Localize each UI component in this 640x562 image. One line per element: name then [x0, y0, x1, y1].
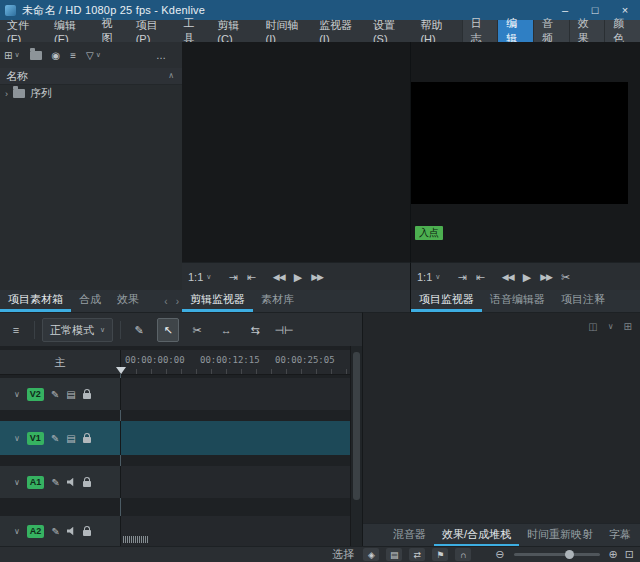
tab-effect-stack[interactable]: 效果/合成堆栈: [434, 524, 519, 547]
ripple-tool-button[interactable]: ⊣⊢: [273, 318, 295, 342]
markers-button[interactable]: ⚑: [432, 548, 448, 561]
collapse-track-icon[interactable]: ∨: [14, 434, 20, 443]
edit-track-icon[interactable]: ✎: [51, 389, 59, 400]
track-lane[interactable]: [120, 516, 350, 546]
video-track-icon[interactable]: ▤: [66, 433, 75, 444]
menu-edit[interactable]: 编辑(E): [47, 20, 95, 42]
menu-help[interactable]: 帮助(H): [413, 20, 461, 42]
forward-button[interactable]: ▶▶: [311, 272, 323, 282]
tab-scroll-right-icon[interactable]: ›: [176, 296, 179, 307]
scrollbar-thumb[interactable]: [353, 352, 360, 500]
track-header[interactable]: ∨ V2 ✎ ▤: [0, 378, 120, 410]
bin-item-list[interactable]: › 序列: [0, 85, 182, 291]
spacer-tool-button[interactable]: ↔: [215, 318, 237, 342]
zoom-in-icon[interactable]: ⊕: [609, 548, 618, 561]
bin-more-options-button[interactable]: …: [156, 50, 166, 61]
clip-monitor-view[interactable]: [182, 42, 410, 262]
tab-scroll-left-icon[interactable]: ‹: [164, 296, 167, 307]
menu-tools[interactable]: 工具: [176, 20, 210, 42]
bin-filter-button[interactable]: ▽ ∨: [86, 50, 101, 61]
lock-track-icon[interactable]: [83, 530, 91, 536]
tab-compositions[interactable]: 合成: [71, 290, 109, 312]
workspace-tab-effects[interactable]: 效果: [569, 20, 605, 42]
panel-menu-icon[interactable]: ⊞: [624, 321, 632, 332]
tab-project-notes[interactable]: 项目注释: [553, 290, 613, 312]
tab-clip-monitor[interactable]: 剪辑监视器: [182, 290, 253, 312]
tab-time-remap[interactable]: 时间重新映射: [519, 524, 601, 547]
menu-monitor[interactable]: 监视器(I): [312, 20, 366, 42]
tab-library[interactable]: 素材库: [253, 290, 302, 312]
master-track-header[interactable]: 主: [0, 350, 120, 375]
collapse-track-icon[interactable]: ∨: [14, 478, 20, 487]
zone-in-button[interactable]: ⇥: [228, 271, 237, 284]
play-button[interactable]: ▶: [523, 271, 531, 284]
track-name-badge[interactable]: V2: [27, 388, 44, 401]
slip-tool-button[interactable]: ⇆: [244, 318, 266, 342]
tab-project-monitor[interactable]: 项目监视器: [411, 290, 482, 312]
rewind-button[interactable]: ◀◀: [502, 272, 514, 282]
collapse-track-icon[interactable]: ∨: [14, 527, 20, 536]
lock-track-icon[interactable]: [83, 481, 91, 487]
workspace-tab-color[interactable]: 颜色: [604, 20, 640, 42]
zoom-slider-thumb[interactable]: [565, 550, 574, 559]
timeline-options-button[interactable]: ≡: [5, 318, 27, 342]
compare-effect-icon[interactable]: ◫: [588, 321, 597, 332]
zoom-slider[interactable]: [514, 553, 600, 556]
timeline-vertical-scrollbar[interactable]: [350, 346, 362, 546]
menu-file[interactable]: 文件(F): [0, 20, 47, 42]
create-folder-button[interactable]: [30, 51, 42, 60]
mix-clips-button[interactable]: ✎: [128, 318, 150, 342]
add-clip-button[interactable]: ⊞ ∨: [4, 50, 20, 61]
trim-mode-button[interactable]: ✂: [561, 271, 570, 284]
track-lane[interactable]: [120, 378, 350, 410]
menu-timeline[interactable]: 时间轴(I): [258, 20, 312, 42]
lock-track-icon[interactable]: [83, 437, 91, 443]
bin-list-view-button[interactable]: ≡: [70, 50, 76, 61]
rewind-button[interactable]: ◀◀: [273, 272, 285, 282]
workspace-tab-logging[interactable]: 日志: [462, 20, 498, 42]
track-header[interactable]: ∨ A1 ✎: [0, 466, 120, 498]
edit-track-icon[interactable]: ✎: [51, 433, 59, 444]
play-button[interactable]: ▶: [294, 271, 302, 284]
track-header[interactable]: ∨ A2 ✎: [0, 516, 120, 546]
thumbnails-button[interactable]: ▤: [386, 548, 402, 561]
tab-speech-editor[interactable]: 语音编辑器: [482, 290, 553, 312]
zone-out-button[interactable]: ⇤: [476, 271, 485, 284]
track-name-badge[interactable]: A1: [27, 476, 45, 489]
edit-track-icon[interactable]: ✎: [51, 477, 59, 488]
zoom-fit-icon[interactable]: ⊡: [625, 548, 634, 561]
tab-project-bin[interactable]: 项目素材箱: [0, 290, 71, 312]
chevron-down-icon[interactable]: ∨: [608, 322, 614, 331]
expand-icon[interactable]: ›: [5, 89, 8, 99]
bin-view-mode-button[interactable]: ◉: [52, 50, 61, 61]
menu-settings[interactable]: 设置(S): [366, 20, 414, 42]
bin-name-column-header[interactable]: 名称 ∧: [0, 68, 182, 85]
lock-track-icon[interactable]: [83, 393, 91, 399]
project-zoom-select[interactable]: 1:1 ∨: [417, 271, 440, 283]
zoom-out-icon[interactable]: ⊖: [495, 548, 504, 561]
workspace-tab-editing[interactable]: 编辑: [497, 20, 533, 42]
snap-button[interactable]: ∩: [455, 548, 471, 561]
clip-zoom-select[interactable]: 1:1 ∨: [188, 271, 211, 283]
tab-effects[interactable]: 效果: [109, 290, 147, 312]
track-lane[interactable]: [120, 421, 350, 455]
select-tool-button[interactable]: ↖: [157, 318, 179, 342]
bin-item-sequence[interactable]: › 序列: [0, 85, 182, 102]
razor-tool-button[interactable]: ✂: [186, 318, 208, 342]
zone-out-button[interactable]: ⇤: [247, 271, 256, 284]
collapse-track-icon[interactable]: ∨: [14, 390, 20, 399]
playhead-marker[interactable]: [116, 367, 126, 374]
menu-clip[interactable]: 剪辑(C): [210, 20, 258, 42]
zone-in-button[interactable]: ⇥: [457, 271, 466, 284]
speaker-icon[interactable]: [67, 527, 76, 536]
track-name-badge[interactable]: V1: [27, 432, 44, 445]
autoscroll-button[interactable]: ⇄: [409, 548, 425, 561]
menu-view[interactable]: 视图: [95, 20, 129, 42]
timeline-ruler[interactable]: 00:00:00:00 00:00:12:15 00:00:25:05: [120, 350, 351, 375]
track-header[interactable]: ∨ V1 ✎ ▤: [0, 421, 120, 455]
menu-project[interactable]: 项目(P): [129, 20, 177, 42]
track-lane[interactable]: [120, 466, 350, 498]
edit-track-icon[interactable]: ✎: [51, 526, 59, 537]
video-track-icon[interactable]: ▤: [66, 389, 75, 400]
workspace-tab-audio[interactable]: 音频: [533, 20, 569, 42]
